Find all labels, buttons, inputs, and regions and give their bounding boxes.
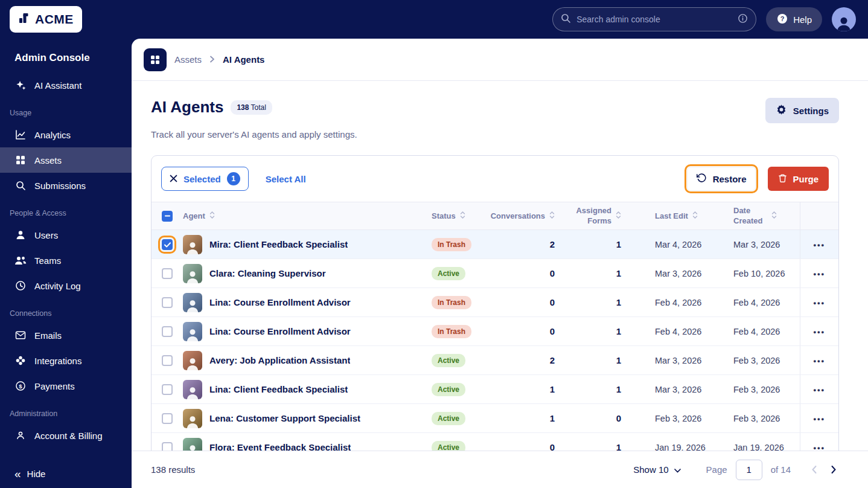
restore-button[interactable]: Restore <box>687 167 756 191</box>
svg-text:?: ? <box>780 15 785 22</box>
sort-icon <box>549 211 555 221</box>
row-checkbox[interactable] <box>162 239 173 250</box>
header-checkbox[interactable] <box>162 211 173 222</box>
row-checkbox[interactable] <box>162 268 173 279</box>
of-label: of 14 <box>771 464 791 475</box>
column-header-assigned-forms[interactable]: Assigned Forms <box>576 202 643 230</box>
row-actions-button[interactable]: ••• <box>813 298 825 307</box>
agent-name[interactable]: Lena: Customer Support Specialist <box>209 413 360 423</box>
row-checkbox[interactable] <box>162 355 173 366</box>
show-per-page-select[interactable]: Show 10 <box>633 464 680 475</box>
sort-icon <box>771 211 777 221</box>
help-button[interactable]: ? Help <box>766 7 822 31</box>
sidebar-item-label: Teams <box>34 255 61 266</box>
column-header-agent[interactable]: Agent <box>183 202 432 230</box>
agent-name[interactable]: Mira: Client Feedback Specialist <box>209 239 348 249</box>
row-actions-button[interactable]: ••• <box>813 385 825 394</box>
prev-page-button[interactable] <box>809 463 820 477</box>
table-row[interactable]: Avery: Job Application Assistant Active … <box>152 346 838 375</box>
info-icon[interactable] <box>738 13 748 26</box>
table-toolbar: Selected 1 Select All Restore <box>152 156 838 202</box>
sidebar-item-assets[interactable]: Assets <box>0 147 132 173</box>
svg-text:$: $ <box>19 383 22 390</box>
selected-label: Selected <box>183 174 221 184</box>
table-row[interactable]: Lina: Course Enrollment Advisor In Trash… <box>152 317 838 346</box>
sidebar-item-label: Submissions <box>34 181 86 191</box>
search-icon <box>14 179 27 191</box>
row-actions-button[interactable]: ••• <box>813 240 825 249</box>
sidebar-item-submissions[interactable]: Submissions <box>0 173 132 198</box>
conversations-count: 0 <box>504 317 576 346</box>
row-checkbox[interactable] <box>162 413 173 424</box>
search-icon <box>561 13 571 26</box>
select-all-checkbox-header[interactable] <box>152 202 183 230</box>
sidebar-item-emails[interactable]: Emails <box>0 323 132 348</box>
purge-button[interactable]: Purge <box>768 167 829 191</box>
sidebar-item-label: Integrations <box>34 356 81 366</box>
column-header-date-created[interactable]: Date Created <box>721 202 800 230</box>
last-edit-date: Mar 3, 2026 <box>643 346 721 375</box>
agent-avatar <box>183 380 202 399</box>
next-page-button[interactable] <box>828 463 839 477</box>
status-badge: Active <box>432 354 465 367</box>
question-icon: ? <box>776 13 788 27</box>
settings-button[interactable]: Settings <box>765 98 839 123</box>
assigned-forms-count: 1 <box>576 288 643 317</box>
agent-avatar <box>183 351 202 370</box>
sort-icon <box>209 211 215 221</box>
sidebar-item-payments[interactable]: $Payments <box>0 373 132 399</box>
agent-name[interactable]: Avery: Job Application Assistant <box>209 355 350 365</box>
chevron-right-icon <box>209 54 215 65</box>
breadcrumb-assets[interactable]: Assets <box>174 54 202 65</box>
table-row[interactable]: Lina: Course Enrollment Advisor In Trash… <box>152 288 838 317</box>
agent-name[interactable]: Lina: Course Enrollment Advisor <box>209 297 351 307</box>
sidebar-item-ai-assistant[interactable]: AI Assistant <box>0 72 132 98</box>
column-header-conversations[interactable]: Conversations <box>504 202 576 230</box>
row-checkbox[interactable] <box>162 297 173 308</box>
sidebar-item-label: Account & Billing <box>34 431 103 441</box>
table-row[interactable]: Clara: Cleaning Supervisor Active 0 1 Ma… <box>152 259 838 288</box>
row-actions-button[interactable]: ••• <box>813 269 825 278</box>
sidebar-item-analytics[interactable]: Analytics <box>0 122 132 147</box>
select-all-link[interactable]: Select All <box>266 174 306 184</box>
sidebar-item-teams[interactable]: Teams <box>0 248 132 273</box>
date-created: Feb 3, 2026 <box>721 346 800 375</box>
payments-icon: $ <box>14 380 27 392</box>
account-icon <box>14 429 27 441</box>
sidebar-item-activity-log[interactable]: Activity Log <box>0 273 132 298</box>
agent-name[interactable]: Lina: Client Feedback Specialist <box>209 384 348 394</box>
purge-label: Purge <box>793 174 819 184</box>
page-label: Page <box>706 464 727 475</box>
sidebar-item-label: Analytics <box>34 130 71 140</box>
table-row[interactable]: Lina: Client Feedback Specialist Active … <box>152 375 838 404</box>
user-avatar[interactable] <box>832 7 856 31</box>
close-icon[interactable] <box>170 174 177 184</box>
agents-table: Agent Status Conversations Assigned Form… <box>152 202 838 462</box>
assets-icon[interactable] <box>144 48 167 71</box>
agent-name[interactable]: Lina: Course Enrollment Advisor <box>209 326 351 336</box>
row-actions-button[interactable]: ••• <box>813 414 825 423</box>
column-header-last-edit[interactable]: Last Edit <box>643 202 721 230</box>
row-checkbox[interactable] <box>162 326 173 337</box>
sidebar-item-users[interactable]: Users <box>0 222 132 248</box>
sidebar-item-integrations[interactable]: Integrations <box>0 348 132 373</box>
row-checkbox[interactable] <box>162 384 173 395</box>
row-actions-button[interactable]: ••• <box>813 356 825 365</box>
hide-sidebar-button[interactable]: « Hide <box>14 468 45 480</box>
table-row[interactable]: Lena: Customer Support Specialist Active… <box>152 404 838 433</box>
assigned-forms-count: 1 <box>576 259 643 288</box>
selected-chip[interactable]: Selected 1 <box>161 167 249 191</box>
sidebar-item-account-billing[interactable]: Account & Billing <box>0 423 132 448</box>
topbar: ACME ? Help <box>0 0 868 39</box>
table-row[interactable]: Mira: Client Feedback Specialist In Tras… <box>152 230 838 259</box>
status-badge: Active <box>432 412 465 425</box>
search-input[interactable] <box>576 14 732 24</box>
assigned-forms-count: 1 <box>576 346 643 375</box>
row-actions-button[interactable]: ••• <box>813 327 825 336</box>
agent-name[interactable]: Clara: Cleaning Supervisor <box>209 268 326 278</box>
grid-icon <box>14 154 27 166</box>
total-badge: 138 Total <box>231 100 272 115</box>
date-created: Mar 3, 2026 <box>721 230 800 259</box>
page-input[interactable] <box>736 460 762 480</box>
sidebar-section-label: People & Access <box>0 198 132 222</box>
